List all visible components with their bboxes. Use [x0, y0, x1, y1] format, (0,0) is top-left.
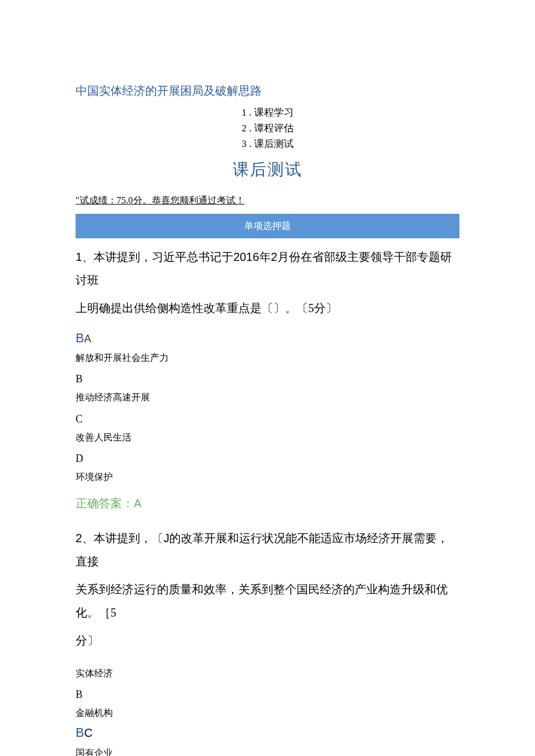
q1-option-d-key[interactable]: D — [76, 450, 459, 467]
tab-evaluate[interactable]: 2 . 谭程评估 — [76, 120, 459, 136]
q1-option-c-text[interactable]: 改善人民生活 — [76, 430, 459, 445]
q2-stem-line2: 关系到经济运行的质量和效率，关系到整个国民经济的产业构造升级和优化。［5 — [76, 578, 459, 624]
q2-stem-text-a: 、本讲提到，〔 — [82, 532, 163, 544]
q1-stem: 1、本讲提到，习近平总书记于2016年2月份在省部级主要领导干部专题研讨班 — [76, 245, 459, 292]
q2-option-a-text[interactable]: 实体经济 — [76, 666, 459, 681]
q2-selected-letter: C — [84, 726, 92, 739]
q1-correct-answer: 正确答案：A — [76, 494, 459, 513]
tab-test[interactable]: 3 . 课后测试 — [76, 136, 459, 152]
q2-stem-line3: 分〕 — [76, 629, 459, 652]
q1-number: 1 — [76, 250, 82, 263]
q2-option-b-text[interactable]: 金融机构 — [76, 705, 459, 721]
q2-stem: 2、本讲提到，〔J的改革开展和运行状况能不能适应市场经济开展需要，直接 — [76, 526, 459, 573]
section-heading: 课后测试 — [76, 157, 459, 183]
tab-study[interactable]: 1 . 课程学习 — [76, 105, 459, 120]
page-title: 中国实体经济的开展困局及破解思路 — [76, 81, 459, 100]
q1-selected-marker: BA — [76, 328, 459, 348]
q1-selected-letter: A — [84, 333, 91, 345]
q2-blank-letter: J — [163, 532, 169, 544]
q1-stem-text-b: 年 — [259, 250, 271, 263]
q1-option-d-text[interactable]: 环境保护 — [76, 470, 459, 485]
section-bar-single-choice: 单项选押题 — [76, 214, 459, 238]
q1-option-c-key[interactable]: C — [76, 411, 459, 428]
q2-selected-marker: BC — [76, 722, 459, 743]
q1-option-b-text[interactable]: 推动经济高速开展 — [76, 390, 459, 405]
q1-correct-value: A — [134, 497, 141, 510]
q1-option-a-text[interactable]: 解放和开展社会生产力 — [76, 350, 459, 366]
q2-option-b-key[interactable]: B — [76, 686, 459, 703]
q1-stem-line2: 上明确提出供给侧构造性改革重点是〔〕。〔5分〕 — [76, 296, 459, 320]
score-line: "试成绩：75.0分。恭喜您顺利通过考试！ — [76, 193, 459, 208]
q1-month: 2 — [271, 250, 277, 263]
q1-correct-label: 正确答案： — [76, 497, 134, 510]
q2-selected-prefix: B — [76, 725, 84, 740]
q1-year: 2016 — [233, 250, 259, 263]
q1-option-b-key[interactable]: B — [76, 371, 459, 388]
q2-number: 2 — [76, 532, 82, 544]
q1-selected-prefix: B — [76, 331, 84, 345]
tabs-list: 1 . 课程学习 2 . 谭程评估 3 . 课后测试 — [76, 105, 459, 152]
q1-stem-text-a: 、本讲提到，习近平总书记于 — [82, 250, 233, 263]
q2-option-c-text[interactable]: 国有企业 — [76, 746, 459, 756]
